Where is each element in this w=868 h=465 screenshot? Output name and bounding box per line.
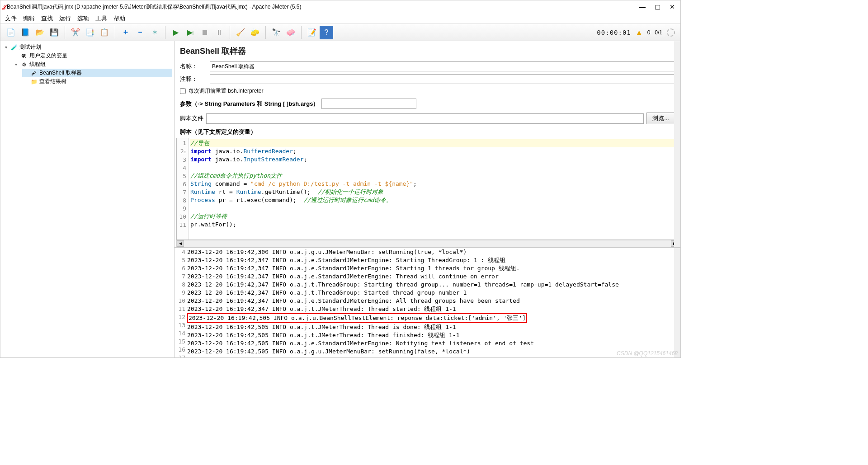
log-panel[interactable]: 4 5 6 7 8 9 10 11 12 13 14 15 16 17 2023… [175, 247, 680, 357]
clear-icon[interactable]: 🧹 [234, 26, 247, 39]
tree-results-tree[interactable]: 📁 查看结果树 [22, 77, 172, 86]
clear-all-icon[interactable]: 🧽 [248, 26, 262, 39]
elapsed-timer: 00:00:01 [597, 29, 631, 36]
log-gutter: 4 5 6 7 8 9 10 11 12 13 14 15 16 17 [175, 248, 187, 357]
parameters-label: 参数（-> String Parameters 和 String [ ]bsh.… [180, 100, 319, 108]
parameters-input[interactable] [321, 99, 416, 109]
gear-icon: ⚙ [20, 61, 28, 68]
stop-icon[interactable]: ⏹ [198, 26, 212, 39]
tree-beanshell[interactable]: 🖋 BeanShell 取样器 [22, 69, 172, 77]
script-editor[interactable]: 1 2⊟ 3 4 5 6 7 8 9 10 11 //导包import java… [176, 138, 679, 240]
shutdown-icon[interactable]: ⏸ [212, 26, 226, 39]
templates-icon[interactable]: 📘 [19, 26, 32, 39]
minimize-icon[interactable]: — [639, 3, 646, 10]
code-body[interactable]: //导包import java.io.BufferedReader; impor… [189, 138, 678, 240]
tree-udv[interactable]: 🛠 用户定义的变量 [12, 52, 172, 60]
twisty-icon[interactable]: ▾ [13, 62, 19, 67]
wrench-icon: 🛠 [20, 52, 28, 60]
close-icon[interactable]: ✕ [670, 3, 675, 10]
panel-title: BeanShell 取样器 [176, 41, 679, 60]
twisty-icon[interactable]: ▾ [3, 45, 9, 50]
cut-icon[interactable]: ✂️ [69, 26, 82, 39]
paste-icon[interactable]: 📋 [98, 26, 111, 39]
browse-button[interactable]: 浏览... [646, 113, 675, 124]
save-icon[interactable]: 💾 [47, 26, 61, 39]
menu-tools[interactable]: 工具 [95, 14, 107, 23]
tree-label: 测试计划 [19, 43, 41, 51]
help-icon[interactable]: ? [320, 26, 333, 39]
test-plan-tree[interactable]: ▾ 🧪 测试计划 🛠 用户定义的变量 ▾ ⚙ 线程组 🖋 BeanShell 取… [0, 41, 175, 357]
tree-label: 用户定义的变量 [29, 52, 67, 60]
menu-help[interactable]: 帮助 [113, 14, 125, 23]
active-threads: 0/1 [655, 29, 662, 36]
warning-icon[interactable]: ▲ [636, 28, 643, 37]
menu-bar: 文件 编辑 查找 运行 选项 工具 帮助 [0, 13, 680, 24]
new-icon[interactable]: 📄 [4, 26, 18, 39]
maximize-icon[interactable]: ▢ [655, 3, 660, 10]
menu-file[interactable]: 文件 [5, 14, 17, 23]
pipette-icon: 🖋 [30, 70, 38, 77]
highlighted-log-line: 2023-12-20 16:19:42,505 INFO o.a.j.u.Bea… [187, 313, 527, 323]
tree-label: BeanShell 取样器 [39, 69, 82, 77]
comment-input[interactable] [210, 74, 675, 84]
name-label: 名称： [180, 62, 207, 70]
log-body: 2023-12-20 16:19:42,300 INFO o.a.j.g.u.J… [187, 248, 680, 357]
script-file-input[interactable] [206, 113, 644, 124]
open-icon[interactable]: 📂 [33, 26, 47, 39]
comment-label: 注释： [180, 75, 207, 83]
start-no-timers-icon[interactable]: ▶| [184, 26, 197, 39]
warning-count: 0 [647, 29, 651, 36]
menu-options[interactable]: 选项 [77, 14, 89, 23]
beaker-icon: 🧪 [10, 44, 18, 51]
name-input[interactable] [210, 61, 675, 71]
watermark: CSDN @QQ1215461468 [617, 350, 678, 357]
toggle-icon[interactable]: ✶ [148, 26, 161, 39]
menu-edit[interactable]: 编辑 [23, 14, 35, 23]
script-file-label: 脚本文件 [180, 114, 203, 122]
app-logo-icon: 𝒥 [2, 4, 5, 10]
title-bar: 𝒥 BeanShell调用java代码.jmx (D:\apache-jmete… [0, 0, 680, 13]
copy-icon[interactable]: 📑 [83, 26, 97, 39]
start-icon[interactable]: ▶ [169, 26, 183, 39]
activity-spinner-icon [667, 28, 675, 37]
horizontal-scrollbar[interactable]: ◄ ► [176, 240, 679, 247]
toolbar: 📄 📘 📂 💾 ✂️ 📑 📋 ＋ － ✶ ▶ ▶| ⏹ ⏸ 🧹 🧽 [0, 24, 680, 41]
code-gutter: 1 2⊟ 3 4 5 6 7 8 9 10 11 [177, 138, 189, 240]
reset-search-icon[interactable]: 🧼 [284, 26, 297, 39]
tree-label: 线程组 [29, 61, 46, 68]
search-icon[interactable]: 🔭 [269, 26, 283, 39]
window-title: BeanShell调用java代码.jmx (D:\apache-jmeter-… [7, 3, 639, 11]
reset-interpreter-label: 每次调用前重置 bsh.Interpreter [189, 87, 263, 95]
function-helper-icon[interactable]: 📝 [305, 26, 319, 39]
collapse-icon[interactable]: － [133, 26, 147, 39]
reset-interpreter-checkbox[interactable] [180, 88, 186, 94]
menu-run[interactable]: 运行 [59, 14, 71, 23]
menu-search[interactable]: 查找 [41, 14, 53, 23]
folder-icon: 📁 [30, 78, 38, 85]
tree-threadgroup[interactable]: ▾ ⚙ 线程组 [12, 60, 172, 69]
tree-label: 查看结果树 [39, 78, 66, 85]
expand-icon[interactable]: ＋ [119, 26, 132, 39]
tree-root[interactable]: ▾ 🧪 测试计划 [2, 43, 172, 52]
script-area-label: 脚本（见下文所定义的变量） [176, 126, 679, 138]
scroll-left-icon[interactable]: ◄ [177, 240, 184, 247]
